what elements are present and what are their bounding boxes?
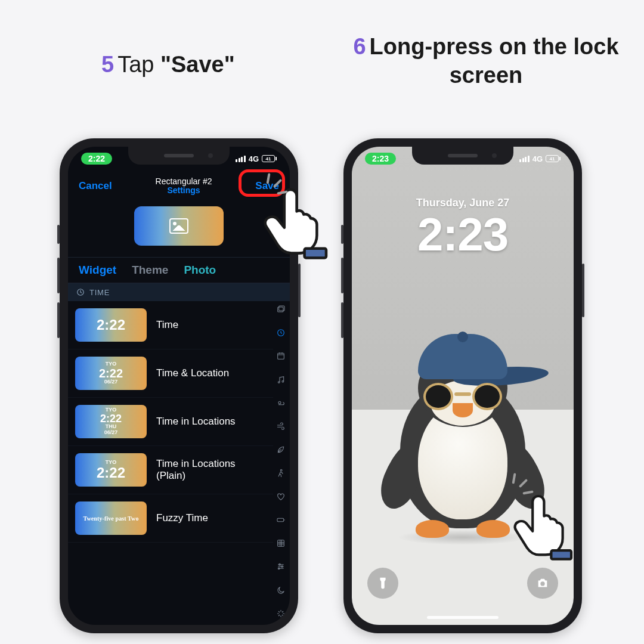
svg-point-7 [278,401,281,404]
tab-widget[interactable]: Widget [79,264,116,277]
list-item-label: Time & Location [156,367,229,379]
list-item-label: Time [156,319,178,331]
list-item-label: Time in Locations [156,416,236,428]
category-rail [274,302,287,621]
status-time-pill: 2:22 [81,153,112,165]
phone-right: 2:23 4G Thursday, June 27 2:23 [343,138,582,633]
list-item[interactable]: TYO2:22THU 06/27 Time in Locations [68,398,273,446]
list-item[interactable]: TYO2:22 Time in Locations (Plain) [68,446,273,494]
header-subtitle[interactable]: Settings [156,186,212,195]
heart-icon[interactable] [275,491,286,502]
section-header-label: TIME [89,288,110,297]
status-network: 4G [532,154,543,163]
list-item[interactable]: 2:22 Time [68,301,273,349]
section-header-time: TIME [68,283,290,301]
step-5-bold: "Save" [160,52,235,77]
battery-icon [546,155,561,162]
step-5-number: 5 [101,52,114,77]
phone-left-screen: 2:22 4G Cancel Rectangular #2 Settings S… [68,147,290,625]
walk-icon[interactable] [275,468,286,479]
editor-header: Cancel Rectangular #2 Settings Save [68,173,290,199]
camera-button[interactable] [527,568,558,599]
svg-point-8 [280,469,282,471]
wind-icon[interactable] [275,421,286,432]
status-network: 4G [249,154,259,163]
svg-rect-2 [279,306,284,311]
list-item-label: Time in Locations (Plain) [156,458,266,482]
battery-icon [262,155,277,162]
save-button[interactable]: Save [255,180,279,192]
svg-rect-9 [277,518,284,521]
svg-rect-4 [278,354,284,360]
music-icon[interactable] [275,374,286,385]
header-title-block: Rectangular #2 Settings [156,177,212,196]
header-title: Rectangular #2 [156,177,212,186]
cancel-button[interactable]: Cancel [79,180,112,192]
moon-icon[interactable] [275,585,286,596]
widget-list[interactable]: 2:22 Time TYO2:2206/27 Time & Location T… [68,301,273,625]
tab-photo[interactable]: Photo [184,264,216,277]
svg-rect-14 [305,249,326,258]
step-6-number: 6 [353,34,366,59]
status-time-pill: 2:23 [365,153,396,165]
lock-screen[interactable]: 2:23 4G Thursday, June 27 2:23 [352,147,574,625]
weather-icon[interactable] [275,398,286,408]
step-6-caption: 6Long-press on the lock screen [352,33,620,89]
step-5-pretext: Tap [117,52,160,77]
list-item-label: Fuzzy Time [156,512,208,524]
list-item[interactable]: TYO2:2206/27 Time & Location [68,349,273,398]
clock-icon[interactable] [275,327,286,338]
photos-icon[interactable] [275,304,286,315]
sliders-icon[interactable] [275,561,286,572]
calendar-icon[interactable] [275,351,286,361]
svg-rect-1 [278,307,283,312]
step-5-caption: 5Tap "Save" [101,51,235,79]
flashlight-button[interactable] [367,568,398,599]
signal-icon [236,156,246,162]
clock-icon [76,288,85,296]
widget-preview[interactable] [134,206,224,246]
wallpaper-penguin [382,326,543,540]
grid-icon[interactable] [275,538,286,549]
phone-left: 2:22 4G Cancel Rectangular #2 Settings S… [60,138,298,633]
svg-point-6 [282,380,284,382]
list-item[interactable]: Twenty-five past Two Fuzzy Time [68,494,273,543]
picture-icon [169,218,188,234]
svg-rect-10 [278,540,284,547]
svg-point-5 [278,381,280,383]
sparkle-icon[interactable] [275,608,286,619]
leaf-icon[interactable] [275,444,286,455]
notch [128,147,230,165]
tab-theme[interactable]: Theme [132,264,168,277]
editor-tabs: Widget Theme Photo [68,257,290,283]
home-indicator[interactable] [427,616,499,619]
signal-icon [519,156,530,162]
battery-cat-icon[interactable] [275,515,286,525]
notch [412,147,513,165]
lock-time: 2:23 [352,208,574,262]
step-6-text: Long-press on the lock screen [370,34,619,88]
